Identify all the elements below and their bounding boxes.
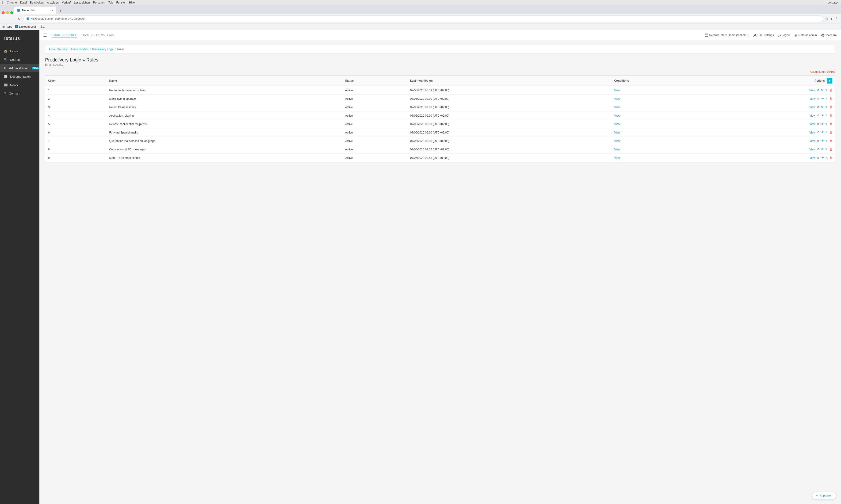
window-minimize[interactable]: [6, 11, 9, 14]
conditions-view-link[interactable]: View: [614, 148, 620, 151]
conditions-view-link[interactable]: View: [614, 97, 620, 101]
forward-button[interactable]: →: [10, 16, 15, 22]
menu-lesezeichen[interactable]: Lesezeichen: [74, 1, 90, 4]
actions-view-link[interactable]: View: [809, 89, 816, 92]
edit-icon[interactable]: ✎: [825, 114, 828, 117]
sidebar-item-administration[interactable]: ⚙ Administration NEW: [0, 64, 39, 72]
clone-icon[interactable]: ↺: [817, 105, 819, 109]
menu-datei[interactable]: Datei: [20, 1, 27, 4]
conditions-view-link[interactable]: View: [614, 123, 620, 126]
view-icon[interactable]: 👁: [821, 97, 824, 101]
menu-tab[interactable]: Tab: [108, 1, 113, 4]
delete-icon[interactable]: 🗑: [829, 156, 832, 160]
cell-conditions[interactable]: View: [611, 94, 704, 103]
conditions-view-link[interactable]: View: [614, 89, 620, 92]
cell-conditions[interactable]: View: [611, 120, 704, 128]
window-maximize[interactable]: [10, 11, 13, 14]
edit-icon[interactable]: ✎: [825, 148, 828, 151]
actions-view-link[interactable]: View: [809, 156, 816, 160]
sidebar-item-home[interactable]: 🏠 Home: [0, 47, 39, 55]
clone-icon[interactable]: ↺: [817, 122, 819, 126]
delete-icon[interactable]: 🗑: [829, 148, 832, 151]
sidebar-item-news[interactable]: 📰 News: [0, 81, 39, 89]
actions-view-link[interactable]: View: [809, 148, 816, 151]
cell-conditions[interactable]: View: [611, 137, 704, 145]
breadcrumb-predelivery-logic[interactable]: Predelivery Logic: [92, 48, 113, 51]
actions-view-link[interactable]: View: [809, 131, 816, 134]
view-icon[interactable]: 👁: [821, 139, 824, 143]
menu-hilfe[interactable]: Hilfe: [129, 1, 135, 4]
edit-icon[interactable]: ✎: [825, 131, 828, 134]
edit-icon[interactable]: ✎: [825, 88, 828, 92]
url-input[interactable]: Mit Google suchen oder eine URL eingeben: [23, 16, 823, 22]
back-button[interactable]: ←: [3, 16, 8, 22]
clone-icon[interactable]: ↺: [817, 139, 819, 143]
cell-conditions[interactable]: View: [611, 145, 704, 154]
retarus-admin-link[interactable]: Retarus admin: [794, 34, 817, 37]
sidebar-item-documentation[interactable]: 📄 Documentation: [0, 72, 39, 81]
actions-view-link[interactable]: View: [809, 139, 816, 143]
edit-icon[interactable]: ✎: [825, 156, 828, 160]
cell-conditions[interactable]: View: [611, 154, 704, 162]
conditions-view-link[interactable]: View: [614, 106, 620, 109]
sidebar-item-search[interactable]: 🔍 Search: [0, 55, 39, 64]
delete-icon[interactable]: 🗑: [829, 97, 832, 101]
browser-tab[interactable]: Neuer Tab ✕: [14, 6, 56, 14]
clone-icon[interactable]: ↺: [817, 88, 819, 92]
delete-icon[interactable]: 🗑: [829, 122, 832, 126]
view-icon[interactable]: 👁: [821, 156, 824, 160]
conditions-view-link[interactable]: View: [614, 156, 620, 160]
edit-icon[interactable]: ✎: [825, 97, 828, 101]
view-icon[interactable]: 👁: [821, 122, 824, 126]
tab-close-button[interactable]: ✕: [51, 9, 54, 12]
menu-fenster[interactable]: Fenster: [116, 1, 126, 4]
reload-button[interactable]: ↻: [17, 16, 22, 22]
delete-icon[interactable]: 🗑: [829, 105, 832, 109]
menu-dots[interactable]: ⋮: [835, 16, 838, 21]
sidebar-item-contact[interactable]: ✉ Contact: [0, 89, 39, 97]
breadcrumb-email-security[interactable]: Email Security: [49, 48, 67, 51]
window-close[interactable]: [2, 11, 5, 14]
actions-view-link[interactable]: View: [809, 123, 816, 126]
actions-view-link[interactable]: View: [809, 97, 816, 101]
clone-icon[interactable]: ↺: [817, 148, 819, 151]
actions-view-link[interactable]: View: [809, 114, 816, 117]
delete-icon[interactable]: 🗑: [829, 114, 832, 117]
edit-icon[interactable]: ✎: [825, 139, 828, 143]
actions-view-link[interactable]: View: [809, 106, 816, 109]
menu-bearbeiten[interactable]: Bearbeiten: [30, 1, 43, 4]
add-rule-button[interactable]: +: [827, 78, 832, 84]
view-icon[interactable]: 👁: [821, 105, 824, 109]
conditions-view-link[interactable]: View: [614, 114, 620, 117]
bookmark-linkedin[interactable]: in LinkedIn Login – E...: [15, 25, 44, 29]
edit-icon[interactable]: ✎: [825, 105, 828, 109]
breadcrumb-administration[interactable]: Administration: [71, 48, 88, 51]
bookmark-star[interactable]: ☆: [825, 16, 828, 21]
view-icon[interactable]: 👁: [821, 148, 824, 151]
bookmark-apps[interactable]: ⊞ Apps: [2, 25, 12, 29]
tenant-selector[interactable]: Retarus Intern Demo (99999TE): [705, 34, 749, 37]
conditions-view-link[interactable]: View: [614, 139, 620, 143]
user-settings-link[interactable]: User settings: [753, 34, 774, 37]
clone-icon[interactable]: ↺: [817, 131, 819, 134]
clone-icon[interactable]: ↺: [817, 114, 819, 117]
delete-icon[interactable]: 🗑: [829, 139, 832, 143]
new-tab-button[interactable]: +: [57, 7, 64, 14]
clone-icon[interactable]: ↺: [817, 156, 819, 160]
menu-anzeigen[interactable]: Anzeigen: [47, 1, 59, 4]
cell-conditions[interactable]: View: [611, 111, 704, 120]
logout-link[interactable]: Logout: [777, 34, 790, 37]
delete-icon[interactable]: 🗑: [829, 131, 832, 134]
menu-verlauf[interactable]: Verlauf: [62, 1, 71, 4]
adjust-button[interactable]: ✏ Anpassen: [812, 492, 836, 499]
cell-conditions[interactable]: View: [611, 86, 704, 94]
nav-link-transactional-email[interactable]: TRANSACTIONAL EMAIL: [82, 32, 117, 38]
conditions-view-link[interactable]: View: [614, 131, 620, 134]
view-icon[interactable]: 👁: [821, 88, 824, 92]
delete-icon[interactable]: 🗑: [829, 88, 832, 92]
user-icon[interactable]: ●: [830, 17, 833, 21]
cell-conditions[interactable]: View: [611, 128, 704, 137]
cell-conditions[interactable]: View: [611, 103, 704, 111]
nav-link-email-security[interactable]: EMAIL SECURITY: [52, 32, 77, 38]
view-icon[interactable]: 👁: [821, 114, 824, 117]
